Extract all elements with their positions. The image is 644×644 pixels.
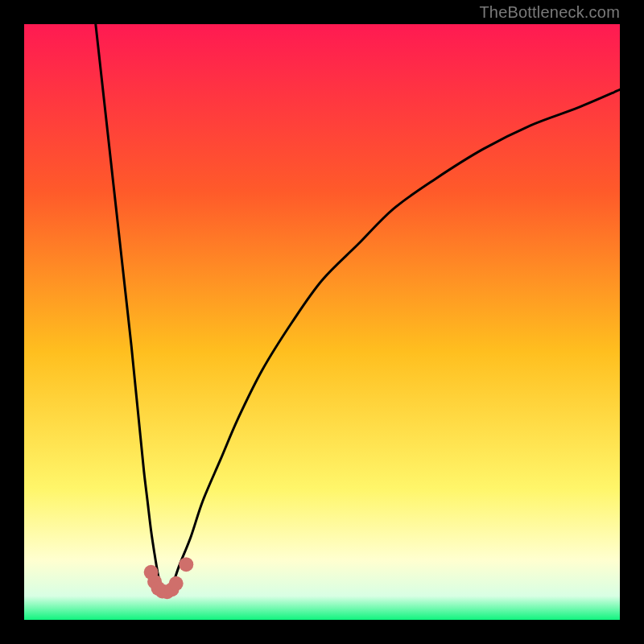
chart-frame: TheBottleneck.com: [0, 0, 644, 644]
marker-point-6: [169, 576, 184, 591]
marker-point-7: [179, 557, 193, 572]
gradient-rect: [24, 24, 620, 620]
plot-area: [24, 24, 620, 620]
watermark-text: TheBottleneck.com: [479, 3, 620, 22]
background-gradient: [24, 24, 620, 620]
